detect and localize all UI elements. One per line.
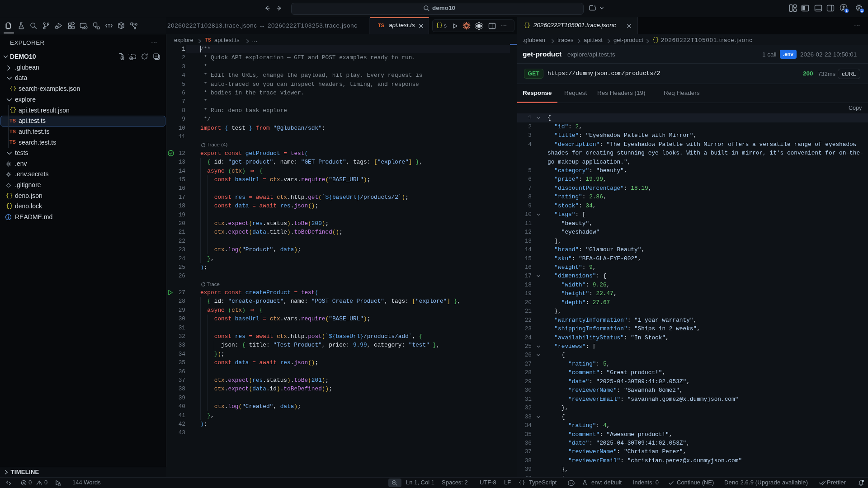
svg-text:1: 1	[845, 9, 847, 13]
svg-text:1: 1	[861, 9, 863, 13]
